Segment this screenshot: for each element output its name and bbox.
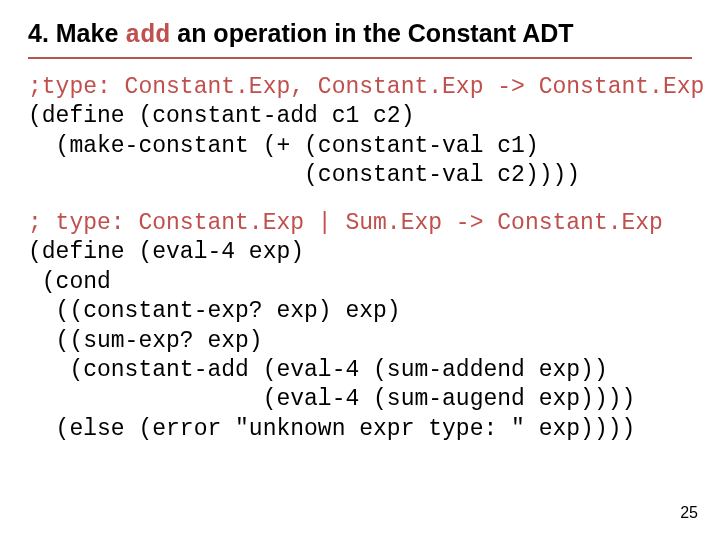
type-comment-1: ;type: Constant.Exp, Constant.Exp -> Con… — [28, 74, 704, 100]
title-keyword: add — [125, 21, 170, 50]
code-line: (cond — [28, 269, 111, 295]
code-line: (else (error "unknown expr type: " exp))… — [28, 416, 635, 442]
code-block-2: ; type: Constant.Exp | Sum.Exp -> Consta… — [28, 209, 692, 445]
code-line: (eval-4 (sum-augend exp)))) — [28, 386, 635, 412]
slide: 4. Make add an operation in the Constant… — [0, 0, 720, 540]
code-block-1: ;type: Constant.Exp, Constant.Exp -> Con… — [28, 73, 692, 191]
title-suffix: an operation in the Constant ADT — [170, 19, 573, 47]
code-line: (define (eval-4 exp) — [28, 239, 304, 265]
title-prefix: 4. Make — [28, 19, 125, 47]
code-line: (define (constant-add c1 c2) — [28, 103, 414, 129]
title-divider — [28, 57, 692, 59]
code-line: (constant-val c2)))) — [28, 162, 580, 188]
code-line: (constant-add (eval-4 (sum-addend exp)) — [28, 357, 608, 383]
slide-title: 4. Make add an operation in the Constant… — [28, 18, 692, 51]
code-line: ((constant-exp? exp) exp) — [28, 298, 401, 324]
code-line: (make-constant (+ (constant-val c1) — [28, 133, 539, 159]
type-comment-2: ; type: Constant.Exp | Sum.Exp -> Consta… — [28, 210, 663, 236]
code-line: ((sum-exp? exp) — [28, 328, 263, 354]
spacer — [28, 191, 692, 209]
page-number: 25 — [680, 504, 698, 522]
